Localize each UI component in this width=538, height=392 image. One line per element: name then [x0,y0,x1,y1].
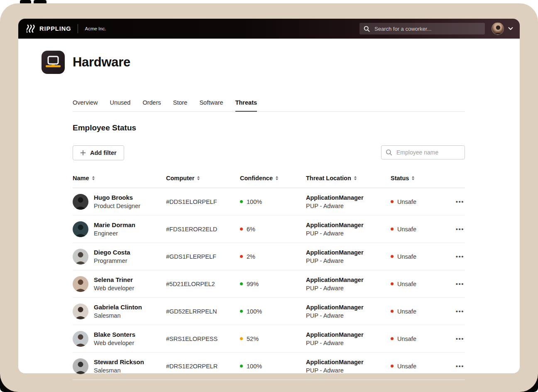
ellipsis-icon[interactable]: ••• [450,280,465,287]
computer-id: #DRS1E2ORPELR [166,363,240,370]
computer-id: #DDS1ELORPELF [166,198,240,205]
tab-threats[interactable]: Threats [235,97,257,111]
employee-role: Product Designer [94,202,140,210]
status-dot [391,228,394,230]
employee-avatar [73,221,88,237]
threat-location-cell: ApplicationManager PUP - Adware [306,276,391,292]
ellipsis-icon[interactable]: ••• [450,198,465,205]
tab-orders[interactable]: Orders [142,97,161,111]
confidence-cell: 100% [240,198,306,205]
employee-name-search[interactable] [381,145,465,159]
employee-cell: Selena Triner Web developer [73,276,166,292]
threat-location-cell: ApplicationManager PUP - Adware [306,358,391,375]
computer-id: #FDS1EROR2ELD [166,226,240,233]
top-navigation-bar: RIPPLING Acme Inc. [18,19,520,39]
confidence-cell: 2% [240,253,306,260]
threat-type: PUP - Adware [306,311,391,320]
table-row[interactable]: Gabriela Clinton Salesman #GD52ELRRPELN … [73,298,465,325]
coworker-search[interactable] [359,23,485,34]
status-dot [391,255,394,258]
laptop-icon [42,51,65,74]
column-header-status[interactable]: Status [391,175,450,181]
sort-icon [276,176,278,180]
sort-icon [412,176,414,180]
threat-app: ApplicationManager [306,276,391,284]
employee-name: Marie Dorman [94,221,135,229]
status-label: Unsafe [397,253,416,260]
threat-app: ApplicationManager [306,331,391,339]
plus-icon [80,150,86,156]
screenshot-stage: RIPPLING Acme Inc. [0,0,538,392]
employee-avatar [73,331,88,347]
table-header-row: Name Computer Confidence Threat Location… [73,168,465,188]
employee-role: Salesman [94,311,142,320]
column-header-confidence[interactable]: Confidence [240,175,306,181]
employee-cell: Marie Dorman Engineer [73,221,166,238]
column-header-computer[interactable]: Computer [166,175,240,181]
rippling-waves-icon [27,24,36,33]
status-dot [391,310,394,313]
employee-cell: Diego Costa Programmer [73,248,166,265]
tab-store[interactable]: Store [173,97,188,111]
chevron-down-icon[interactable] [508,27,513,30]
app-window: RIPPLING Acme Inc. [18,19,520,373]
tab-overview[interactable]: Overview [73,97,98,111]
confidence-dot [240,365,243,368]
employee-name: Hugo Brooks [94,194,140,202]
column-header-name[interactable]: Name [73,175,166,181]
status-label: Unsafe [397,198,416,205]
ellipsis-icon[interactable]: ••• [450,335,465,342]
add-filter-button[interactable]: Add filter [73,145,124,160]
threat-app: ApplicationManager [306,221,391,229]
ellipsis-icon[interactable]: ••• [450,253,465,260]
employee-cell: Blake Sonters Web developer [73,331,166,347]
employee-avatar [73,304,88,319]
table-row[interactable]: Blake Sonters Web developer #SRS1ELORPES… [73,325,465,353]
page-header: Hardware [42,51,130,74]
coworker-search-input[interactable] [374,25,481,32]
table-row[interactable]: Diego Costa Programmer #GDS1FLERPELF 2% … [73,243,465,270]
ellipsis-icon[interactable]: ••• [450,225,465,233]
column-header-threat-location[interactable]: Threat Location [306,175,391,181]
threat-app: ApplicationManager [306,194,391,202]
search-icon [386,149,392,156]
brand-group[interactable]: RIPPLING [27,24,71,33]
employee-name-input[interactable] [396,149,460,156]
sort-icon [92,176,95,180]
confidence-dot [240,200,243,203]
status-label: Unsafe [397,363,416,370]
ellipsis-icon[interactable]: ••• [450,363,465,370]
employee-role: Programmer [94,257,130,265]
user-avatar[interactable] [492,22,504,35]
employee-role: Web developer [94,284,134,292]
status-dot [391,200,394,203]
threat-location-cell: ApplicationManager PUP - Adware [306,331,391,347]
status-cell: Unsafe [391,198,450,205]
employee-avatar [73,276,88,292]
threat-app: ApplicationManager [306,248,391,257]
status-cell: Unsafe [391,253,450,260]
status-label: Unsafe [397,281,416,287]
ellipsis-icon[interactable]: ••• [450,308,465,315]
table-row[interactable]: Steward Rickson Salesman #DRS1E2ORPELR 1… [73,353,465,380]
confidence-dot [240,282,243,285]
confidence-cell: 100% [240,308,306,315]
status-dot [391,282,394,285]
threat-location-cell: ApplicationManager PUP - Adware [306,303,391,320]
table-row[interactable]: Hugo Brooks Product Designer #DDS1ELORPE… [73,188,465,216]
status-label: Unsafe [397,336,416,342]
sort-icon [197,176,200,180]
status-cell: Unsafe [391,308,450,315]
table-row[interactable]: Marie Dorman Engineer #FDS1EROR2ELD 6% A… [73,216,465,243]
tab-unused[interactable]: Unused [110,97,130,111]
tab-software[interactable]: Software [199,97,223,111]
table-body: Hugo Brooks Product Designer #DDS1ELORPE… [73,188,465,380]
employee-cell: Gabriela Clinton Salesman [73,303,166,320]
confidence-value: 100% [247,363,262,370]
table-row[interactable]: Selena Triner Web developer #5D21ELORPEL… [73,270,465,298]
employee-name: Blake Sonters [94,331,135,339]
computer-id: #GDS1FLERPELF [166,253,240,260]
employee-avatar [73,358,88,374]
threat-type: PUP - Adware [306,284,391,292]
status-cell: Unsafe [391,281,450,287]
